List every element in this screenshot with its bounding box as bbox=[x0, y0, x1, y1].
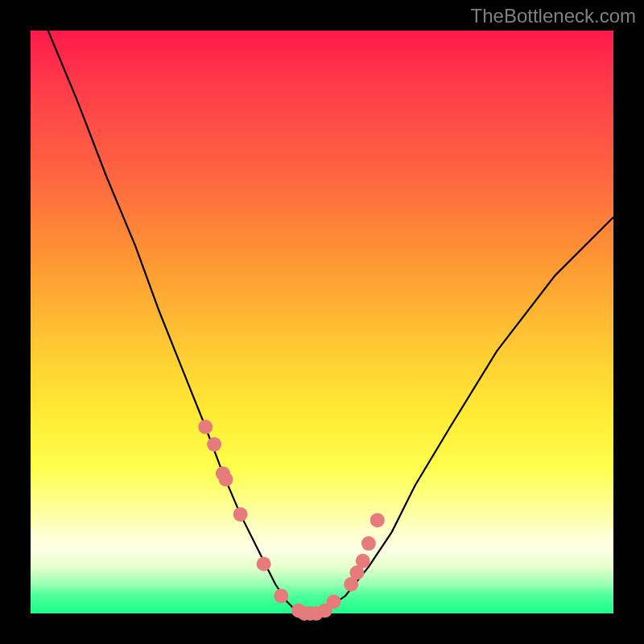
marker-dot bbox=[257, 557, 271, 572]
marker-dot bbox=[370, 513, 385, 527]
marker-dot bbox=[233, 507, 248, 522]
marker-dot bbox=[361, 536, 376, 551]
marker-dot bbox=[198, 419, 213, 434]
marker-dot bbox=[207, 437, 221, 452]
bottleneck-curve bbox=[48, 31, 613, 613]
marker-dots bbox=[198, 419, 385, 621]
chart-svg bbox=[31, 31, 613, 613]
watermark-text: TheBottleneck.com bbox=[471, 5, 636, 27]
marker-dot bbox=[356, 554, 370, 568]
marker-dot bbox=[274, 588, 288, 603]
marker-dot bbox=[327, 595, 341, 609]
marker-dot bbox=[219, 473, 233, 487]
plot-gradient-background bbox=[31, 31, 613, 613]
